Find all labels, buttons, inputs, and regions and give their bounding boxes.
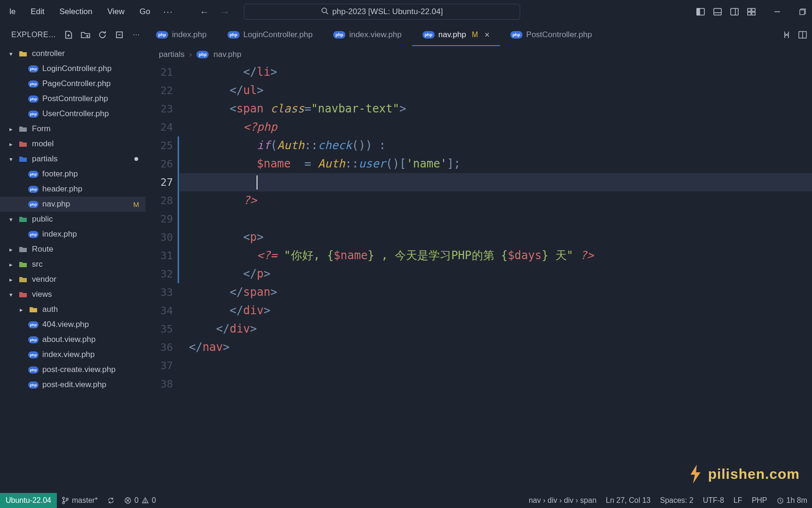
code-line: if(Auth::check()) : xyxy=(180,136,812,155)
tab-PostController.php[interactable]: phpPostController.php xyxy=(500,24,602,46)
code-content[interactable]: </li> </ul> <span class="navbar-text"> <… xyxy=(180,63,812,493)
folder-partials[interactable]: partials xyxy=(0,151,146,167)
line-number: 26 xyxy=(146,155,173,173)
chevron-icon xyxy=(18,306,24,313)
layout-panel-icon[interactable] xyxy=(712,7,723,17)
nav-forward-icon[interactable]: → xyxy=(220,7,230,17)
file-index.php[interactable]: phpindex.php xyxy=(0,227,146,242)
file-PageController.php[interactable]: phpPageController.php xyxy=(0,76,146,91)
file-post-edit.view.php[interactable]: phppost-edit.view.php xyxy=(0,377,146,392)
file-footer.php[interactable]: phpfooter.php xyxy=(0,167,146,182)
folder-icon xyxy=(18,259,28,270)
layout-secondary-sidebar-icon[interactable] xyxy=(729,7,740,17)
close-tab-icon[interactable]: × xyxy=(484,30,490,40)
tree-item-label: 404.view.php xyxy=(42,320,146,329)
tab-nav.php[interactable]: phpnav.phpM× xyxy=(412,24,500,46)
folder-public[interactable]: public xyxy=(0,212,146,227)
new-file-icon[interactable] xyxy=(64,30,73,40)
menu-file[interactable]: le xyxy=(4,4,21,19)
file-post-create.view.php[interactable]: phppost-create.view.php xyxy=(0,362,146,377)
line-number: 23 xyxy=(146,100,173,118)
code-line xyxy=(180,173,812,191)
folder-src[interactable]: src xyxy=(0,257,146,272)
code-line: $name = Auth::user()['name']; xyxy=(180,155,812,173)
language-mode[interactable]: PHP xyxy=(747,493,772,508)
php-icon: php xyxy=(28,184,39,194)
layout-primary-sidebar-icon[interactable] xyxy=(695,7,706,17)
folder-views[interactable]: views xyxy=(0,287,146,302)
folder-model[interactable]: model xyxy=(0,136,146,151)
tab-label: LoginController.php xyxy=(243,30,312,40)
chevron-right-icon: › xyxy=(189,50,192,59)
code-line: <span class="navbar-text"> xyxy=(180,100,812,118)
svg-rect-6 xyxy=(731,8,738,15)
code-line: </span> xyxy=(180,283,812,302)
file-PostController.php[interactable]: phpPostController.php xyxy=(0,91,146,106)
chevron-icon xyxy=(8,291,14,298)
tab-index.php[interactable]: phpindex.php xyxy=(146,24,217,46)
code-line: <?= "你好, {$name} , 今天是学习PHP的第 {$days} 天"… xyxy=(180,246,812,265)
eol[interactable]: LF xyxy=(729,493,747,508)
cursor-position[interactable]: Ln 27, Col 13 xyxy=(601,493,655,508)
php-icon: php xyxy=(28,349,39,360)
compare-changes-icon[interactable] xyxy=(782,30,791,40)
line-number: 36 xyxy=(146,338,173,357)
tab-index.view.php[interactable]: phpindex.view.php xyxy=(323,24,412,46)
editor-area[interactable]: 212223242526272829303132333435363738 </l… xyxy=(146,63,812,493)
git-status-badge: M xyxy=(133,200,140,208)
line-number: 38 xyxy=(146,375,173,393)
code-line: </ul> xyxy=(180,81,812,100)
more-actions-icon[interactable]: ··· xyxy=(132,30,141,40)
folder-controller[interactable]: controller xyxy=(0,46,146,61)
new-folder-icon[interactable] xyxy=(81,30,90,40)
encoding[interactable]: UTF-8 xyxy=(698,493,729,508)
tree-item-label: nav.php xyxy=(42,199,130,209)
tree-item-label: UserController.php xyxy=(42,109,146,119)
sync-button[interactable] xyxy=(102,493,119,508)
menu-selection[interactable]: Selection xyxy=(54,4,98,19)
file-header.php[interactable]: phpheader.php xyxy=(0,182,146,197)
refresh-icon[interactable] xyxy=(98,30,107,40)
layout-customize-icon[interactable] xyxy=(746,7,757,17)
folder-auth[interactable]: auth xyxy=(0,302,146,317)
tree-item-label: model xyxy=(32,139,146,149)
svg-point-0 xyxy=(322,8,327,13)
file-nav.php[interactable]: phpnav.phpM xyxy=(0,197,146,212)
collapse-all-icon[interactable] xyxy=(115,30,124,40)
window-minimize-icon[interactable] xyxy=(773,7,782,16)
file-about.view.php[interactable]: phpabout.view.php xyxy=(0,332,146,347)
menu-more[interactable]: ··· xyxy=(160,4,177,20)
session-timer[interactable]: 1h 8m xyxy=(772,493,812,508)
window-restore-icon[interactable] xyxy=(798,7,807,16)
file-UserController.php[interactable]: phpUserController.php xyxy=(0,106,146,121)
command-center[interactable]: php-2023 [WSL: Ubuntu-22.04] xyxy=(244,4,520,20)
file-index.view.php[interactable]: phpindex.view.php xyxy=(0,347,146,362)
file-LoginController.php[interactable]: phpLoginController.php xyxy=(0,61,146,76)
tab-LoginController.php[interactable]: phpLoginController.php xyxy=(217,24,323,46)
code-line: </div> xyxy=(180,302,812,320)
file-404.view.php[interactable]: php404.view.php xyxy=(0,317,146,332)
folder-form[interactable]: Form xyxy=(0,121,146,136)
tree-item-label: auth xyxy=(42,305,146,314)
split-editor-icon[interactable] xyxy=(798,30,807,40)
chevron-icon xyxy=(8,246,14,253)
tree-item-label: public xyxy=(32,214,146,224)
breadcrumb-path[interactable]: nav › div › div › span xyxy=(524,493,601,508)
folder-vendor[interactable]: vendor xyxy=(0,272,146,287)
indent-setting[interactable]: Spaces: 2 xyxy=(655,493,698,508)
menu-edit[interactable]: Edit xyxy=(25,4,50,19)
menu-go[interactable]: Go xyxy=(134,4,156,19)
problems[interactable]: 0 0 xyxy=(119,493,161,508)
menu-view[interactable]: View xyxy=(102,4,130,19)
chevron-icon xyxy=(8,276,14,283)
folder-route[interactable]: Route xyxy=(0,242,146,257)
remote-indicator[interactable]: Ubuntu-22.04 xyxy=(0,493,57,508)
line-number: 34 xyxy=(146,302,173,320)
nav-back-icon[interactable]: ← xyxy=(200,7,209,17)
explorer-sidebar: EXPLORE… ··· controllerphpLoginControlle… xyxy=(0,24,146,493)
tree-item-label: vendor xyxy=(32,275,146,284)
code-line xyxy=(180,375,812,393)
breadcrumb[interactable]: partials › php nav.php xyxy=(146,46,812,63)
git-branch[interactable]: master* xyxy=(57,493,102,508)
modified-badge: M xyxy=(472,31,478,39)
